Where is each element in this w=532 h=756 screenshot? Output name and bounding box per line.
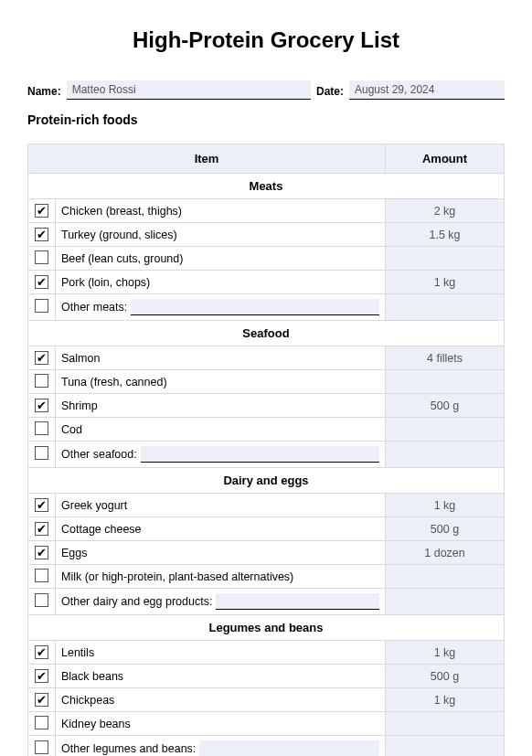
checkbox-cell: ✔	[28, 223, 56, 247]
amount-cell[interactable]	[386, 370, 505, 394]
checkbox[interactable]	[35, 250, 48, 264]
item-cell: Kidney beans	[56, 712, 386, 736]
table-row: Other seafood:	[28, 442, 505, 468]
date-field[interactable]: August 29, 2024	[349, 80, 505, 100]
amount-cell[interactable]: 500 g	[386, 394, 505, 418]
checkbox[interactable]: ✔	[35, 399, 48, 412]
name-field[interactable]: Matteo Rossi	[67, 80, 311, 100]
table-row: Other legumes and beans:	[28, 736, 505, 757]
checkbox[interactable]: ✔	[35, 522, 48, 536]
checkbox-cell	[28, 736, 56, 757]
item-cell: Greek yogurt	[56, 494, 386, 517]
checkbox[interactable]: ✔	[35, 228, 48, 241]
item-cell: Shrimp	[56, 394, 386, 418]
other-label: Other meats:	[61, 301, 127, 314]
amount-cell[interactable]	[386, 589, 505, 615]
checkbox[interactable]	[35, 421, 48, 435]
item-cell: Cod	[56, 418, 386, 442]
checkbox[interactable]: ✔	[35, 669, 48, 683]
checkbox-cell: ✔	[28, 665, 56, 688]
amount-cell[interactable]	[386, 294, 505, 321]
amount-cell[interactable]	[386, 565, 505, 589]
other-input[interactable]	[141, 446, 379, 463]
amount-cell[interactable]	[386, 442, 505, 468]
checkbox-cell: ✔	[28, 346, 56, 370]
other-label: Other seafood:	[61, 448, 137, 461]
meta-row: Name: Matteo Rossi Date: August 29, 2024	[27, 80, 505, 100]
checkbox[interactable]	[35, 569, 48, 582]
table-row: Tuna (fresh, canned)	[28, 370, 505, 394]
table-row: ✔Eggs1 dozen	[28, 541, 505, 565]
item-cell: Other dairy and egg products:	[56, 589, 386, 615]
checkbox[interactable]: ✔	[35, 546, 48, 559]
checkbox[interactable]	[35, 716, 48, 729]
checkbox[interactable]: ✔	[35, 498, 48, 512]
table-row: ✔Chickpeas1 kg	[28, 688, 505, 712]
amount-cell[interactable]: 500 g	[386, 517, 505, 541]
table-row: ✔Black beans500 g	[28, 665, 505, 688]
table-row: ✔Cottage cheese500 g	[28, 517, 505, 541]
checkbox[interactable]	[35, 374, 48, 388]
checkbox-cell	[28, 247, 56, 271]
item-cell: Milk (or high-protein, plant-based alter…	[56, 565, 386, 589]
checkbox-cell	[28, 370, 56, 394]
checkbox[interactable]: ✔	[35, 275, 48, 289]
amount-cell[interactable]: 2 kg	[386, 199, 505, 223]
table-row: Other dairy and egg products:	[28, 589, 505, 615]
table-row: ✔Shrimp500 g	[28, 394, 505, 418]
amount-cell[interactable]	[386, 712, 505, 736]
amount-cell[interactable]	[386, 247, 505, 271]
item-cell: Eggs	[56, 541, 386, 565]
checkbox-cell	[28, 712, 56, 736]
checkbox[interactable]: ✔	[35, 351, 48, 365]
table-row: Kidney beans	[28, 712, 505, 736]
item-cell: Turkey (ground, slices)	[56, 223, 386, 247]
amount-cell[interactable]: 4 fillets	[386, 346, 505, 370]
amount-cell[interactable]: 1.5 kg	[386, 223, 505, 247]
name-label: Name:	[27, 85, 61, 100]
table-row: ✔Pork (loin, chops)1 kg	[28, 271, 505, 294]
checkbox[interactable]	[35, 593, 48, 607]
amount-cell[interactable]: 1 dozen	[386, 541, 505, 565]
amount-cell[interactable]: 1 kg	[386, 271, 505, 294]
category-header: Legumes and beans	[28, 615, 505, 641]
checkbox-cell	[28, 565, 56, 589]
checkbox[interactable]	[35, 299, 48, 313]
amount-cell[interactable]: 1 kg	[386, 494, 505, 517]
other-label: Other dairy and egg products:	[61, 595, 212, 608]
item-cell: Pork (loin, chops)	[56, 271, 386, 294]
other-input[interactable]	[216, 593, 379, 610]
item-cell: Other meats:	[56, 294, 386, 321]
grocery-table: Item Amount Meats✔Chicken (breast, thigh…	[27, 144, 505, 756]
amount-cell[interactable]: 500 g	[386, 665, 505, 688]
table-row: ✔Salmon4 fillets	[28, 346, 505, 370]
section-title: Protein-rich foods	[27, 112, 505, 127]
item-cell: Beef (lean cuts, ground)	[56, 247, 386, 271]
date-label: Date:	[316, 85, 344, 100]
amount-cell[interactable]	[386, 736, 505, 757]
checkbox[interactable]: ✔	[35, 645, 48, 659]
checkbox[interactable]	[35, 446, 48, 460]
item-cell: Cottage cheese	[56, 517, 386, 541]
table-row: Other meats:	[28, 294, 505, 321]
checkbox-cell	[28, 294, 56, 321]
checkbox[interactable]	[35, 740, 48, 754]
amount-cell[interactable]	[386, 418, 505, 442]
amount-cell[interactable]: 1 kg	[386, 688, 505, 712]
table-row: ✔Turkey (ground, slices)1.5 kg	[28, 223, 505, 247]
other-label: Other legumes and beans:	[61, 742, 196, 755]
item-cell: Salmon	[56, 346, 386, 370]
checkbox[interactable]: ✔	[35, 693, 48, 707]
header-item: Item	[28, 144, 386, 174]
table-row: Beef (lean cuts, ground)	[28, 247, 505, 271]
checkbox-cell: ✔	[28, 541, 56, 565]
other-input[interactable]	[131, 299, 379, 315]
checkbox-cell: ✔	[28, 641, 56, 665]
checkbox-cell: ✔	[28, 688, 56, 712]
other-input[interactable]	[199, 740, 379, 756]
checkbox-cell: ✔	[28, 494, 56, 517]
header-amount: Amount	[386, 144, 505, 174]
category-header: Seafood	[28, 321, 505, 346]
amount-cell[interactable]: 1 kg	[386, 641, 505, 665]
checkbox[interactable]: ✔	[35, 204, 48, 218]
